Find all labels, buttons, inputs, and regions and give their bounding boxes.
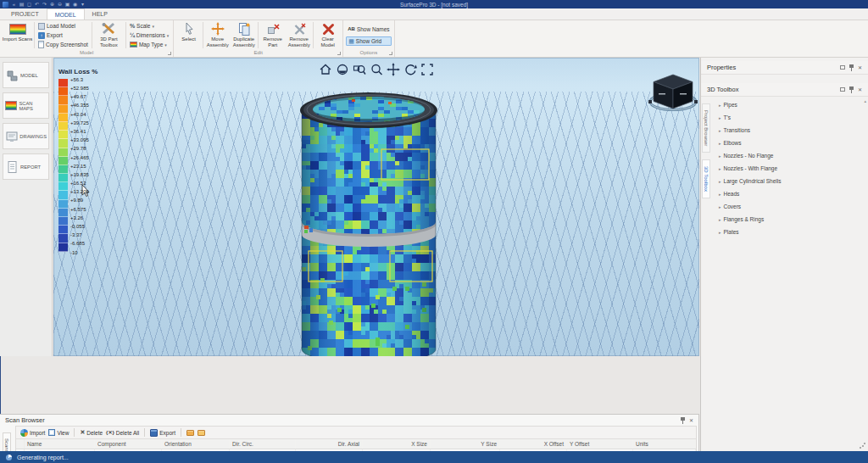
pin-icon[interactable]	[849, 64, 854, 71]
quick-access-icon[interactable]: ◻	[26, 1, 32, 8]
load-model-button[interactable]: Load Model	[36, 21, 90, 31]
pan-icon[interactable]	[387, 63, 400, 76]
toolbox-item[interactable]: ▸ Pipes	[715, 98, 865, 111]
tab-model[interactable]: MODEL	[47, 8, 85, 20]
delete-all-button[interactable]: {✕} Delete All	[106, 429, 139, 436]
legend-color-segment	[58, 96, 68, 104]
cursor-arrow-icon	[182, 22, 196, 36]
quick-access-icon[interactable]: ↷	[42, 1, 47, 8]
expander-arrow-icon: ▸	[719, 179, 721, 184]
toolbox-item[interactable]: ▸ Nozzles - With Flange	[715, 162, 865, 175]
remove-part-button[interactable]: Remove Part	[259, 21, 286, 49]
home-icon[interactable]	[319, 63, 332, 76]
delete-button[interactable]: ✕ Delete	[80, 429, 103, 436]
legend-color-segment	[58, 226, 68, 234]
float-window-icon[interactable]	[840, 87, 845, 92]
quick-access-icon[interactable]: ⊕	[49, 1, 55, 8]
zoom-window-icon[interactable]	[353, 63, 366, 76]
column-header[interactable]: Component	[95, 439, 162, 449]
zoom-icon[interactable]	[370, 63, 383, 76]
show-names-toggle[interactable]: AB Show Names	[346, 25, 391, 34]
copy-scan-icon[interactable]	[186, 430, 194, 436]
column-header[interactable]: Dir. Circ.	[230, 439, 296, 449]
import-button[interactable]: Import	[20, 429, 45, 437]
tab-project-browser[interactable]: Project Browser	[702, 103, 710, 153]
column-header[interactable]: Orientation	[162, 439, 230, 449]
copy-screenshot-button[interactable]: Copy Screenshot	[36, 40, 90, 49]
close-icon[interactable]: ✕	[858, 65, 862, 70]
quick-access-icon[interactable]: ◉	[72, 1, 78, 8]
nav-cube[interactable]	[648, 75, 698, 110]
toolbox-item[interactable]: ▸ Heads	[715, 187, 865, 200]
show-grid-toggle[interactable]: ▦ Show Grid	[346, 36, 391, 46]
move-assembly-button[interactable]: Move Assembly	[204, 21, 231, 49]
sidebar-item-model[interactable]: MODEL	[3, 62, 49, 88]
sidebar-item-report[interactable]: REPORT	[3, 153, 49, 180]
import-scans-button[interactable]: Import Scans	[2, 21, 33, 49]
quick-access-icon[interactable]: ⊖	[57, 1, 63, 8]
dialog-launcher-icon[interactable]	[337, 52, 341, 55]
dialog-launcher-icon[interactable]	[389, 52, 392, 55]
expander-arrow-icon: ▸	[719, 153, 721, 159]
toolbox-item[interactable]: ▸ T's	[715, 111, 865, 124]
legend-tick-label: +36.41	[70, 127, 89, 136]
view-button[interactable]: View	[48, 429, 69, 436]
pin-icon[interactable]	[849, 86, 854, 93]
sidebar-item-drawings[interactable]: DRAWINGS	[3, 123, 49, 149]
quick-access-icon[interactable]: ▣	[64, 1, 70, 8]
close-icon[interactable]: ✕	[858, 87, 862, 92]
3d-scene[interactable]	[53, 58, 699, 356]
column-header[interactable]: X Size	[363, 439, 431, 449]
column-header[interactable]: Y Offset	[567, 439, 633, 449]
duplicate-assembly-button[interactable]: Duplicate Assembly	[231, 21, 257, 49]
toolbox-item[interactable]: ▸ Flanges & Rings	[715, 213, 865, 226]
dimensions-dropdown[interactable]: ¼ Dimensions ▾	[128, 31, 170, 40]
quick-access-icon[interactable]: «	[11, 1, 17, 8]
ribbon-group-options: AB Show Names ▦ Show Grid Options	[343, 20, 394, 57]
column-header[interactable]: Units	[633, 439, 696, 449]
quick-access-icon[interactable]: ▾	[80, 1, 86, 8]
view-mode-icon[interactable]	[336, 63, 349, 76]
export-button[interactable]: Export	[150, 429, 175, 437]
tab-help[interactable]: HELP	[85, 8, 115, 20]
duplicate-pages-icon	[237, 22, 251, 36]
toolbox-item[interactable]: ▸ Covers	[715, 200, 865, 213]
scroll-up-icon[interactable]: ▴	[864, 98, 866, 103]
select-button[interactable]: Select	[175, 21, 202, 49]
ribbon-group-edit: Select Move Assembly	[174, 20, 343, 57]
export-button[interactable]: ↑ Export	[36, 31, 90, 40]
close-icon[interactable]: ✕	[689, 418, 693, 423]
column-header[interactable]: Y Size	[431, 439, 500, 449]
sidebar-item-scan-maps[interactable]: SCAN MAPS	[3, 92, 49, 119]
vessel-body[interactable]	[302, 93, 437, 356]
rotate-icon[interactable]	[403, 63, 417, 76]
legend-color-segment	[58, 200, 68, 209]
paste-scan-icon[interactable]	[198, 430, 205, 436]
quick-access-icon[interactable]: ▤	[19, 1, 25, 8]
dialog-launcher-icon[interactable]	[168, 52, 171, 55]
clear-model-button[interactable]: Clear Model	[314, 21, 341, 49]
float-window-icon[interactable]	[840, 65, 845, 70]
tab-3d-toolbox[interactable]: 3D Toolbox	[702, 159, 710, 198]
remove-part-icon	[266, 22, 280, 36]
pin-icon[interactable]	[681, 417, 685, 424]
toolbox-item[interactable]: ▸ Plates	[715, 226, 865, 238]
toolbox-item[interactable]: ▸ Elbows	[715, 137, 865, 149]
3d-viewport[interactable]: Wall Loss % +56.3+52.985+49.67+46.355+43…	[53, 58, 699, 356]
scale-dropdown[interactable]: % Scale ▾	[128, 21, 170, 31]
toolbox-item[interactable]: ▸ Nozzles - No Flange	[715, 149, 865, 162]
column-header[interactable]: Dir. Axial	[296, 439, 363, 449]
quick-access-icon[interactable]: ↶	[34, 1, 40, 8]
fit-view-icon[interactable]	[420, 63, 434, 76]
tab-project[interactable]: PROJECT	[3, 8, 47, 20]
resize-grip[interactable]	[860, 443, 865, 449]
toolbox-item[interactable]: ▸ Large Cylindrical Shells	[715, 175, 865, 187]
clear-model-x-icon	[321, 22, 335, 36]
3d-part-toolbox-button[interactable]: 3D Part Toolbox	[93, 21, 125, 49]
toolbox-item[interactable]: ▸ Transitions	[715, 124, 865, 137]
map-type-dropdown[interactable]: Map Type ▾	[128, 40, 170, 49]
legend-tick-label: +49.67	[70, 92, 89, 101]
column-header[interactable]: X Offset	[500, 439, 567, 449]
column-header[interactable]: Name	[25, 439, 95, 449]
remove-assembly-button[interactable]: Remove Assembly	[286, 21, 312, 49]
